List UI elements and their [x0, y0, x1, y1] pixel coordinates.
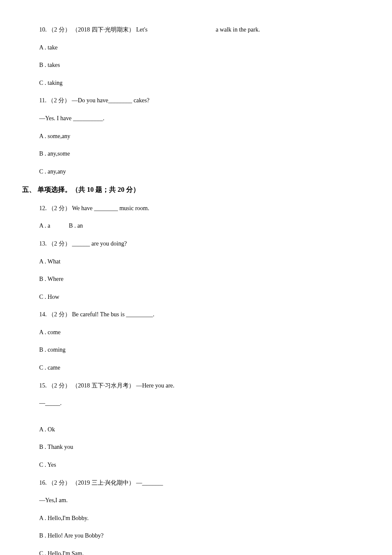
option-b[interactable]: B . Where: [39, 275, 366, 283]
question-15-line2: —_____.: [39, 399, 366, 408]
question-11: 11. （2 分） —Do you have________ cakes?: [39, 96, 366, 105]
question-text: Be careful! The bus is _________.: [72, 311, 154, 318]
option-a[interactable]: A . some,any: [39, 132, 366, 141]
question-15: 15. （2 分） （2018 五下·习水月考） —Here you are.: [39, 382, 366, 390]
question-source: （2019 三上·兴化期中）: [72, 480, 135, 486]
question-points: （2 分）: [48, 480, 71, 486]
question-points: （2 分）: [48, 97, 70, 104]
question-text: ______ are you doing?: [72, 240, 127, 247]
option-a[interactable]: A . a: [39, 223, 50, 229]
question-number: 13.: [39, 240, 47, 247]
option-a[interactable]: A . come: [39, 328, 366, 337]
question-text: We have ________ music room.: [72, 205, 149, 211]
question-number: 16.: [39, 480, 47, 486]
question-number: 15.: [39, 382, 47, 389]
option-c[interactable]: C . any,any: [39, 168, 366, 176]
question-number: 12.: [39, 205, 47, 211]
option-a[interactable]: A . What: [39, 257, 366, 266]
question-number: 11.: [39, 97, 46, 104]
question-text: —_______: [136, 480, 163, 486]
question-text-left: Let's: [136, 26, 148, 33]
question-number: 14.: [39, 311, 47, 318]
section-5-heading: 五、 单项选择。（共 10 题；共 20 分）: [22, 185, 392, 194]
question-points: （2 分）: [48, 26, 71, 33]
question-text-right: a walk in the park.: [216, 26, 260, 34]
option-b[interactable]: B . any,some: [39, 150, 366, 158]
question-source: （2018 四下·光明期末）: [72, 26, 135, 33]
option-b[interactable]: B . an: [69, 223, 83, 229]
question-11-line2: —Yes. I have __________.: [39, 114, 366, 123]
question-source: （2018 五下·习水月考）: [72, 382, 135, 389]
option-a[interactable]: A . Ok: [39, 425, 366, 434]
option-c[interactable]: C . taking: [39, 79, 366, 87]
question-16-line2: —Yes,I am.: [39, 496, 366, 505]
question-text: —Do you have________ cakes?: [72, 97, 149, 104]
question-10: 10. （2 分） （2018 四下·光明期末） Let's a walk in…: [39, 26, 366, 34]
option-b[interactable]: B . coming: [39, 346, 366, 354]
question-16: 16. （2 分） （2019 三上·兴化期中） —_______: [39, 479, 366, 487]
option-a[interactable]: A . take: [39, 43, 366, 52]
question-12: 12. （2 分） We have ________ music room.: [39, 204, 366, 213]
option-c[interactable]: C . came: [39, 364, 366, 372]
question-number: 10.: [39, 26, 47, 33]
question-13: 13. （2 分） ______ are you doing?: [39, 240, 366, 248]
option-a[interactable]: A . Hello,I'm Bobby.: [39, 514, 366, 523]
question-points: （2 分）: [48, 240, 71, 247]
question-points: （2 分）: [48, 311, 71, 318]
option-c[interactable]: C . How: [39, 293, 366, 301]
option-b[interactable]: B . Hello! Are you Bobby?: [39, 532, 366, 540]
option-c[interactable]: C . Hello,I'm Sam.: [39, 549, 366, 555]
question-12-options: A . a B . an: [39, 222, 366, 230]
question-points: （2 分）: [48, 382, 71, 389]
question-text: —Here you are.: [136, 382, 175, 389]
option-b[interactable]: B . Thank you: [39, 443, 366, 451]
question-14: 14. （2 分） Be careful! The bus is _______…: [39, 310, 366, 319]
option-c[interactable]: C . Yes: [39, 461, 366, 469]
option-b[interactable]: B . takes: [39, 61, 366, 69]
question-points: （2 分）: [48, 205, 71, 211]
